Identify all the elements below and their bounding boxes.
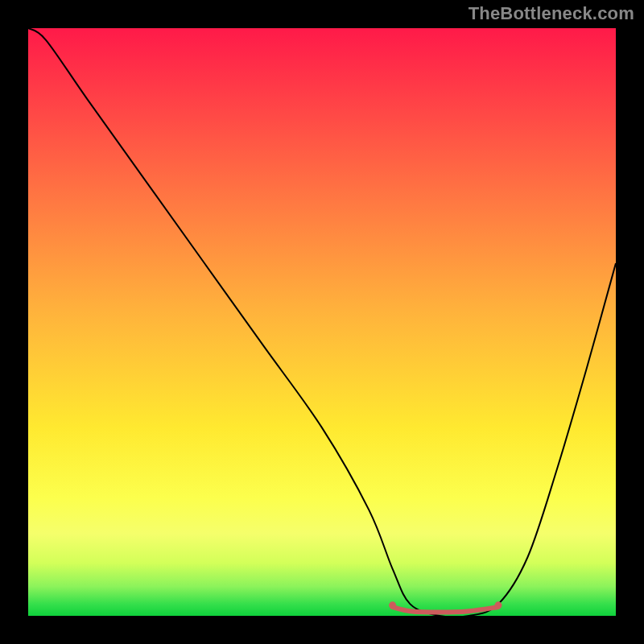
plot-svg <box>28 28 616 616</box>
watermark-text: TheBottleneck.com <box>469 3 634 24</box>
highlight-band <box>393 607 498 613</box>
highlight-dot <box>495 601 502 609</box>
chart-frame: TheBottleneck.com <box>0 0 644 644</box>
bottleneck-curve <box>28 28 616 617</box>
highlight-dot <box>389 601 396 609</box>
plot-area <box>28 28 616 616</box>
